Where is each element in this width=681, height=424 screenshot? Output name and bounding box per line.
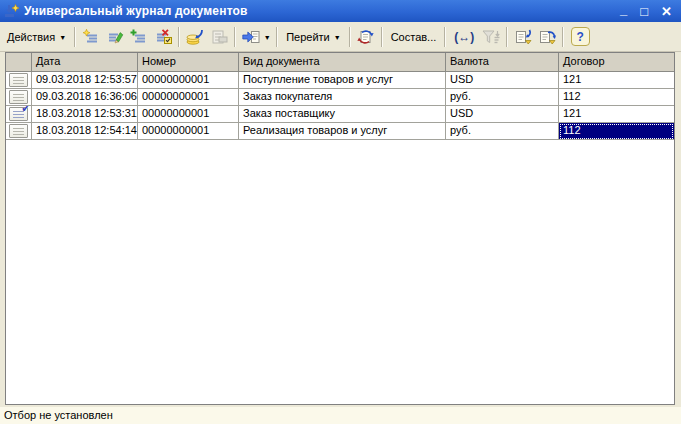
- row-cell-icon[interactable]: [6, 106, 32, 123]
- header-currency[interactable]: Валюта: [446, 53, 559, 72]
- status-text: Отбор не установлен: [4, 409, 113, 421]
- post-icon: [186, 29, 204, 45]
- table-row[interactable]: 18.03.2018 12:54:14 00000000001 Реализац…: [6, 123, 674, 140]
- titlebar[interactable]: Универсальный журнал документов _ □ ✕: [0, 0, 681, 22]
- go-related-icon: [538, 29, 556, 45]
- delete-mark-icon: [154, 29, 172, 45]
- document-icon: [9, 124, 28, 138]
- header-date[interactable]: Дата: [32, 53, 138, 72]
- header-icon-column[interactable]: [6, 53, 32, 72]
- toolbar-separator: [381, 27, 383, 47]
- chevron-down-icon: ▼: [334, 34, 341, 41]
- row-cell-icon[interactable]: [6, 123, 32, 140]
- copy-button[interactable]: [127, 26, 151, 48]
- sostav-label: Состав...: [391, 31, 437, 43]
- toolbar-separator: [506, 27, 508, 47]
- table-row[interactable]: 09.03.2018 12:53:57 00000000001 Поступле…: [6, 72, 674, 89]
- row-cell-date[interactable]: 09.03.2018 16:36:06: [32, 89, 138, 106]
- row-cell-contract[interactable]: 121: [559, 106, 674, 123]
- row-cell-number[interactable]: 00000000001: [138, 89, 239, 106]
- refresh-icon: [357, 29, 375, 45]
- row-cell-currency[interactable]: USD: [446, 72, 559, 89]
- status-bar: Отбор не установлен: [0, 407, 681, 424]
- add-icon: [82, 29, 100, 45]
- unpost-icon: [210, 29, 228, 45]
- filter-sort-icon: [482, 29, 500, 45]
- toolbar-separator: [178, 27, 180, 47]
- filter-sort-button[interactable]: [479, 26, 503, 48]
- toolbar-separator: [74, 27, 76, 47]
- help-button[interactable]: ?: [567, 26, 593, 48]
- delete-button[interactable]: [151, 26, 175, 48]
- row-cell-number[interactable]: 00000000001: [138, 123, 239, 140]
- help-icon: ?: [571, 27, 590, 46]
- header-number[interactable]: Номер: [138, 53, 239, 72]
- row-cell-icon[interactable]: [6, 89, 32, 106]
- app-window: Универсальный журнал документов _ □ ✕ Де…: [0, 0, 681, 424]
- row-cell-currency[interactable]: руб.: [446, 123, 559, 140]
- row-cell-date[interactable]: 18.03.2018 12:54:14: [32, 123, 138, 140]
- actions-label: Действия: [7, 31, 55, 43]
- close-button[interactable]: ✕: [661, 5, 672, 18]
- window-controls: _ □ ✕: [620, 5, 672, 18]
- minimize-button[interactable]: _: [620, 3, 627, 16]
- goto-button[interactable]: Перейти ▼: [281, 26, 346, 48]
- input-on-basis-button[interactable]: [511, 26, 535, 48]
- document-icon: [9, 90, 28, 104]
- table-row[interactable]: 18.03.2018 12:53:31 00000000001 Заказ по…: [6, 106, 674, 123]
- row-cell-doc-type[interactable]: Заказ покупателя: [239, 89, 446, 106]
- document-table: Дата Номер Вид документа Валюта Договор …: [5, 52, 675, 405]
- row-cell-doc-type[interactable]: Поступление товаров и услуг: [239, 72, 446, 89]
- row-cell-doc-type[interactable]: Заказ поставщику: [239, 106, 446, 123]
- maximize-button[interactable]: □: [640, 5, 648, 18]
- toolbar-separator: [349, 27, 351, 47]
- row-cell-contract[interactable]: 112: [559, 123, 674, 140]
- actions-button[interactable]: Действия ▼: [2, 26, 71, 48]
- edit-icon: [106, 29, 124, 45]
- based-on-button[interactable]: ▼: [239, 26, 273, 48]
- chevron-down-icon: ▼: [264, 34, 271, 41]
- toolbar-separator: [562, 27, 564, 47]
- add-button[interactable]: [79, 26, 103, 48]
- input-on-basis-icon: [514, 29, 532, 45]
- based-on-icon: [242, 29, 260, 45]
- edit-button[interactable]: [103, 26, 127, 48]
- row-cell-contract[interactable]: 112: [559, 89, 674, 106]
- unpost-button[interactable]: [207, 26, 231, 48]
- chevron-down-icon: ▼: [59, 34, 66, 41]
- toolbar-separator: [444, 27, 446, 47]
- copy-icon: [130, 29, 148, 45]
- goto-label: Перейти: [286, 31, 330, 43]
- toolbar-separator: [276, 27, 278, 47]
- fit-columns-button[interactable]: (↔): [449, 26, 479, 48]
- row-cell-date[interactable]: 18.03.2018 12:53:31: [32, 106, 138, 123]
- row-cell-currency[interactable]: USD: [446, 106, 559, 123]
- row-cell-number[interactable]: 00000000001: [138, 72, 239, 89]
- window-title: Универсальный журнал документов: [24, 4, 620, 18]
- document-icon: [9, 107, 28, 121]
- post-button[interactable]: [183, 26, 207, 48]
- row-cell-doc-type[interactable]: Реализация товаров и услуг: [239, 123, 446, 140]
- toolbar-separator: [234, 27, 236, 47]
- document-icon: [9, 73, 28, 87]
- row-cell-currency[interactable]: руб.: [446, 89, 559, 106]
- sostav-button[interactable]: Состав...: [386, 26, 442, 48]
- refresh-button[interactable]: [354, 26, 378, 48]
- row-cell-contract[interactable]: 121: [559, 72, 674, 89]
- table-row[interactable]: 09.03.2018 16:36:06 00000000001 Заказ по…: [6, 89, 674, 106]
- journal-icon: [3, 3, 20, 19]
- fit-columns-icon: (↔): [454, 30, 474, 44]
- row-cell-number[interactable]: 00000000001: [138, 106, 239, 123]
- toolbar: Действия ▼: [0, 22, 681, 52]
- table-header: Дата Номер Вид документа Валюта Договор: [6, 53, 674, 72]
- header-doc-type[interactable]: Вид документа: [239, 53, 446, 72]
- table-body: 09.03.2018 12:53:57 00000000001 Поступле…: [6, 72, 674, 140]
- row-cell-date[interactable]: 09.03.2018 12:53:57: [32, 72, 138, 89]
- header-contract[interactable]: Договор: [559, 53, 674, 72]
- row-cell-icon[interactable]: [6, 72, 32, 89]
- go-related-button[interactable]: [535, 26, 559, 48]
